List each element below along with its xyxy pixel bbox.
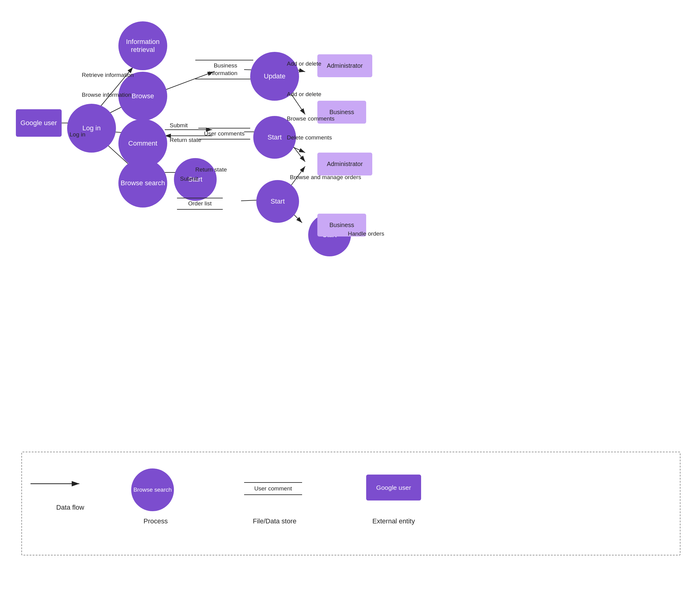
update-label: Update [264,72,286,80]
browse-info-label: Browse information [82,91,132,98]
administrator2-label: Administrator [327,161,363,168]
order-list-datastore: Order list [177,195,223,212]
legend-external-entity: Google user [366,474,421,501]
add-delete2-label: Add or delete [287,91,321,97]
info-retrieval-node: Information retrieval [119,21,167,70]
legend-file-data-label: File/Data store [244,517,305,525]
legend-datastore-text: User comment [254,485,292,492]
return-state-search-label: Return state [195,166,227,173]
browse-search-node: Browse search [119,159,167,208]
user-comments-datastore: User comments [198,125,250,143]
administrator2-node: Administrator [317,153,372,176]
browse-manage-orders-label: Browse and manage orders [290,174,361,181]
legend-data-flow-label: Data flow [40,504,101,512]
handle-orders-label: Handle orders [348,230,384,237]
legend-process-text: Browse search [133,486,172,494]
start-orders-label: Start [271,197,285,205]
legend-process-node: Browse search [131,468,174,511]
business-info-datastore: Business information [195,60,253,79]
legend-process-label: Process [137,517,174,525]
comment-label: Comment [128,140,157,147]
diagram-container: Google user Log in Information retrieval… [0,0,700,589]
administrator1-label: Administrator [327,62,363,69]
start-comment-label: Start [268,133,282,141]
browse-search-label: Browse search [121,179,165,187]
delete-comments-label: Delete comments [287,134,332,141]
user-comments-text: User comments [201,129,247,138]
legend-box [21,452,680,555]
google-user-label: Google user [20,119,57,127]
log-in-label: Log in [69,131,85,138]
browse-label: Browse [132,92,154,100]
legend-external-entity-text: Google user [376,484,411,492]
legend-external-entity-label: External entity [363,517,424,525]
login-node: Log in [67,104,116,153]
add-delete1-label: Add or delete [287,60,321,67]
business1-label: Business [329,109,354,116]
start-orders-node: Start [256,180,299,223]
administrator1-node: Administrator [317,54,372,77]
business-info-text: Business information [209,61,240,77]
browse-comments-label: Browse comments [287,115,334,122]
legend-datastore: User comment [244,478,302,499]
submit-search-label: Submit [180,176,198,182]
business2-label: Business [329,222,354,229]
return-state-comment-label: Return state [170,137,201,144]
retrieve-info-label: Retrieve information [82,72,134,78]
submit-comment-label: Submit [170,122,188,129]
order-list-text: Order list [186,199,214,208]
info-retrieval-label: Information retrieval [119,38,167,54]
google-user-node: Google user [16,109,62,137]
